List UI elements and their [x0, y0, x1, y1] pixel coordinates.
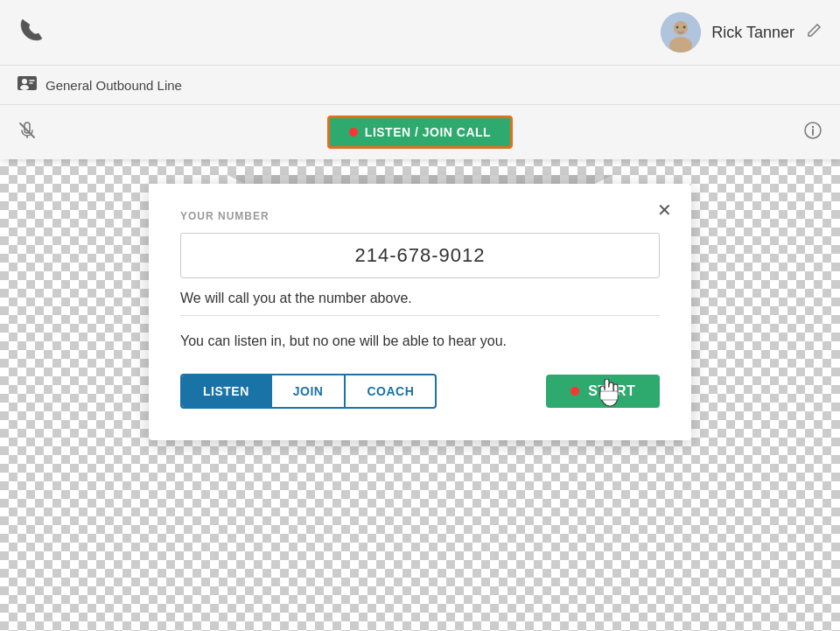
- controls-row: LISTEN / JOIN CALL: [0, 105, 840, 159]
- listen-join-label: LISTEN / JOIN CALL: [365, 125, 491, 139]
- svg-rect-17: [600, 391, 618, 400]
- recording-dot: [349, 128, 358, 137]
- line-label: General Outbound Line: [46, 78, 182, 93]
- listen-join-call-button[interactable]: LISTEN / JOIN CALL: [327, 116, 513, 149]
- tab-coach[interactable]: COACH: [346, 375, 435, 407]
- svg-point-7: [20, 85, 29, 90]
- tab-listen[interactable]: LISTEN: [182, 375, 272, 407]
- svg-point-6: [22, 79, 27, 84]
- header-row: Rick Tanner: [0, 0, 840, 66]
- description-2: You can listen in, but no one will be ab…: [180, 333, 660, 349]
- svg-point-12: [812, 125, 814, 127]
- start-button-wrapper: START: [546, 375, 660, 408]
- modal-dialog: ✕ YOUR NUMBER 214-678-9012 We will call …: [149, 184, 691, 440]
- header-right: Rick Tanner: [661, 12, 822, 53]
- close-button[interactable]: ✕: [657, 200, 672, 221]
- cursor-icon: [594, 379, 622, 417]
- phone-number-value: 214-678-9012: [354, 244, 485, 266]
- line-row: General Outbound Line: [0, 66, 840, 105]
- phone-number-field[interactable]: 214-678-9012: [180, 233, 660, 278]
- divider: [180, 315, 660, 316]
- phone-icon: [18, 16, 46, 50]
- edit-icon[interactable]: [805, 22, 822, 44]
- svg-point-3: [676, 26, 679, 29]
- mute-icon[interactable]: [18, 121, 37, 144]
- description-1: We will call you at the number above.: [180, 291, 660, 306]
- contacts-icon: [18, 76, 37, 94]
- start-dot: [570, 387, 579, 396]
- section-label: YOUR NUMBER: [180, 210, 660, 222]
- svg-point-4: [683, 26, 686, 29]
- user-name: Rick Tanner: [711, 24, 794, 42]
- modal-actions: LISTEN JOIN COACH START: [180, 374, 660, 409]
- avatar: [661, 12, 701, 53]
- header-left: [18, 16, 46, 50]
- info-icon[interactable]: [803, 121, 822, 144]
- phone-panel: Rick Tanner General Outbound Line: [0, 0, 840, 159]
- mode-tab-group: LISTEN JOIN COACH: [180, 374, 437, 409]
- tab-join[interactable]: JOIN: [272, 375, 346, 407]
